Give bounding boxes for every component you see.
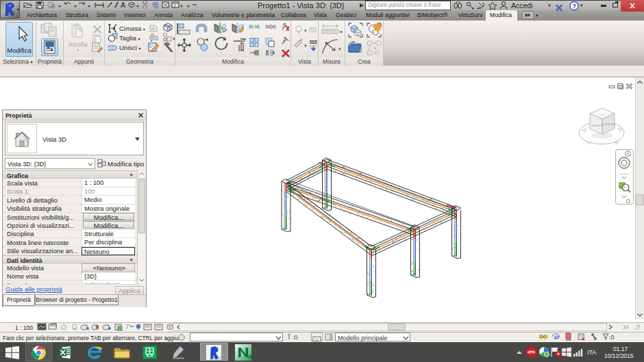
svg-text:TeamV: TeamV: [528, 351, 535, 354]
svg-text:▾: ▾: [338, 47, 341, 51]
svg-text:A: A: [121, 1, 125, 9]
svg-text::0: :0: [609, 334, 615, 341]
svg-text:ALTO: ALTO: [598, 114, 606, 116]
svg-text:?: ?: [573, 3, 577, 10]
svg-text:DESTRA: DESTRA: [604, 122, 615, 126]
svg-text:▾: ▾: [304, 43, 307, 48]
svg-text::0: :0: [293, 334, 298, 341]
svg-text:▾: ▾: [304, 28, 307, 33]
svg-text:FRONTE: FRONTE: [592, 124, 604, 127]
svg-text:▾: ▾: [340, 29, 343, 34]
